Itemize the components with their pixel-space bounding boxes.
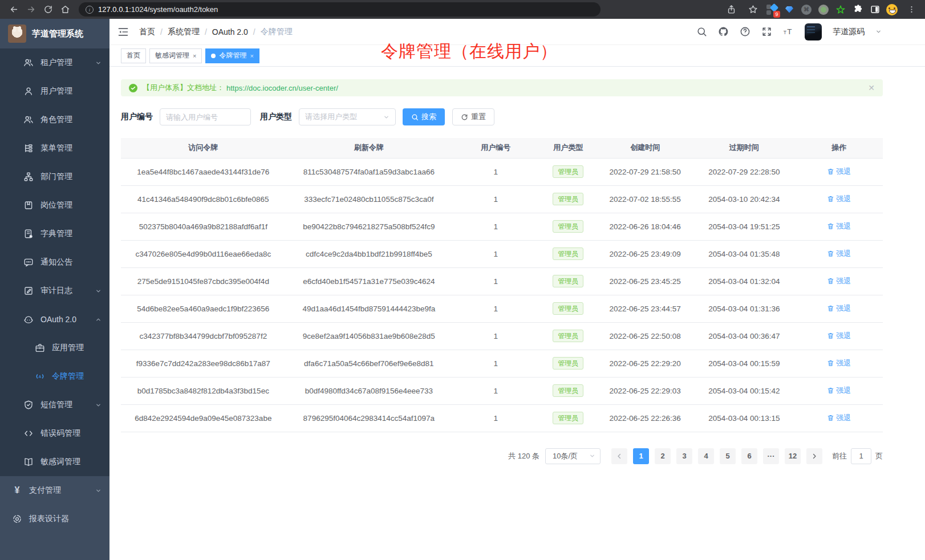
sidebar-item-book-open[interactable]: 敏感词管理 xyxy=(0,448,109,476)
username[interactable]: 芋道源码 xyxy=(833,27,865,37)
alert-close-icon[interactable]: ✕ xyxy=(868,83,875,92)
token-table: 访问令牌刷新令牌用户编号用户类型创建时间过期时间操作 1ea5e44f8bc14… xyxy=(121,138,883,432)
command-extension-icon[interactable]: ⌘ xyxy=(801,4,812,15)
tab-view[interactable]: 令牌管理× xyxy=(205,48,259,63)
prev-page-button[interactable] xyxy=(611,448,627,464)
page-button-1[interactable]: 1 xyxy=(633,448,649,464)
emoji-profile-icon[interactable] xyxy=(886,4,898,15)
user-type-select[interactable]: 请选择用户类型 xyxy=(299,108,396,125)
next-page-button[interactable] xyxy=(806,448,822,464)
action-cell: 强退 xyxy=(795,377,883,404)
force-logout-button[interactable]: 强退 xyxy=(827,249,851,259)
access-token-cell: 1ea5e44f8bc1467aaede43144f31de76 xyxy=(121,158,286,185)
page-button-5[interactable]: 5 xyxy=(720,448,736,464)
puzzle-extension-icon[interactable] xyxy=(852,4,863,15)
page-button-12[interactable]: 12 xyxy=(785,448,801,464)
page-button-4[interactable]: 4 xyxy=(698,448,714,464)
sidebar-item-dictionary[interactable]: 字典管理 xyxy=(0,220,109,248)
tab-home[interactable]: 首页 xyxy=(121,48,146,63)
help-icon[interactable] xyxy=(740,26,750,37)
search-icon[interactable] xyxy=(696,26,707,37)
trash-icon xyxy=(827,387,834,394)
github-icon[interactable] xyxy=(718,26,729,37)
goto-page-input[interactable] xyxy=(851,448,871,464)
user-type-label: 用户类型 xyxy=(260,112,292,122)
sidebar-item-sms-shield[interactable]: 短信管理 xyxy=(0,391,109,419)
sidepanel-icon[interactable] xyxy=(869,4,881,15)
trash-icon xyxy=(827,195,834,202)
share-icon[interactable] xyxy=(723,2,739,18)
svg-text:A: A xyxy=(39,375,42,379)
breadcrumb-item[interactable]: 系统管理 xyxy=(168,27,200,37)
sidebar-item-app-briefcase[interactable]: 应用管理 xyxy=(0,334,109,362)
browser-forward-icon[interactable] xyxy=(23,2,39,18)
sidebar-item-menu-tree[interactable]: 菜单管理 xyxy=(0,134,109,163)
sidebar-item-token[interactable]: A令牌管理 xyxy=(0,362,109,391)
page-size-select[interactable]: 10条/页 xyxy=(545,448,601,464)
force-logout-button[interactable]: 强退 xyxy=(827,358,851,368)
force-logout-button[interactable]: 强退 xyxy=(827,167,851,177)
green-star-extension-icon[interactable] xyxy=(835,4,846,15)
action-cell: 强退 xyxy=(795,213,883,240)
user-type-badge: 管理员 xyxy=(553,384,583,397)
gem-extension-icon[interactable] xyxy=(784,4,795,15)
force-logout-button[interactable]: 强退 xyxy=(827,331,851,341)
column-header: 访问令牌 xyxy=(121,138,286,158)
force-logout-button[interactable]: 强退 xyxy=(827,276,851,286)
error-code-icon xyxy=(23,428,34,439)
font-size-icon[interactable]: TT xyxy=(783,26,794,37)
sidebar-item-user[interactable]: 用户管理 xyxy=(0,77,109,105)
browser-back-icon[interactable] xyxy=(6,2,22,18)
sidebar-item-yen[interactable]: ¥支付管理 xyxy=(0,476,109,505)
force-logout-button[interactable]: 强退 xyxy=(827,221,851,232)
user-id-input[interactable] xyxy=(160,108,251,125)
refresh-token-cell: b0df4980ffd34c67a08f9156e4eee733 xyxy=(286,377,453,404)
sidebar-item-oauth-robot[interactable]: OAuth 2.0 xyxy=(0,305,109,334)
user-menu-caret-icon[interactable] xyxy=(875,29,882,35)
sidebar-item-post-badge[interactable]: 岗位管理 xyxy=(0,191,109,220)
sidebar-item-audit-log[interactable]: 审计日志 xyxy=(0,277,109,305)
sidebar-item-org-tree[interactable]: 部门管理 xyxy=(0,163,109,191)
site-info-icon[interactable]: i xyxy=(86,6,94,14)
dot-extension-icon[interactable] xyxy=(818,4,829,15)
page-button-6[interactable]: 6 xyxy=(741,448,757,464)
browser-home-icon[interactable] xyxy=(57,2,73,18)
force-logout-label: 强退 xyxy=(836,358,851,368)
page-button-2[interactable]: 2 xyxy=(655,448,671,464)
pixel-extension-icon[interactable]: 9 xyxy=(766,4,778,15)
browser-address-bar[interactable]: i 127.0.0.1:1024/system/oauth2/token xyxy=(79,2,601,17)
tab-close-icon[interactable]: × xyxy=(193,52,196,59)
force-logout-label: 强退 xyxy=(836,413,851,423)
force-logout-button[interactable]: 强退 xyxy=(827,194,851,204)
avatar[interactable] xyxy=(805,23,822,40)
browser-menu-icon[interactable] xyxy=(903,2,919,18)
search-button[interactable]: 搜索 xyxy=(403,108,445,125)
app-logo[interactable]: 芋道管理系统 xyxy=(0,19,109,48)
total-count: 共 120 条 xyxy=(508,451,539,461)
sidebar-item-tenant-users[interactable]: 租户管理 xyxy=(0,48,109,77)
user-id-cell: 1 xyxy=(452,295,539,322)
bookmark-star-icon[interactable] xyxy=(745,2,761,18)
collapse-sidebar-icon[interactable] xyxy=(117,26,130,38)
page-button-3[interactable]: 3 xyxy=(676,448,692,464)
force-logout-button[interactable]: 强退 xyxy=(827,413,851,423)
tab-close-icon[interactable]: × xyxy=(250,52,253,59)
user-icon xyxy=(23,86,34,96)
doc-link[interactable]: https://doc.iocoder.cn/user-center/ xyxy=(226,84,338,92)
reset-button[interactable]: 重置 xyxy=(452,108,494,125)
breadcrumb-item[interactable]: 首页 xyxy=(139,27,155,37)
tab-view[interactable]: 敏感词管理× xyxy=(149,48,202,63)
browser-reload-icon[interactable] xyxy=(40,2,56,18)
pager-more-button[interactable]: ··· xyxy=(763,448,779,464)
sidebar-item-report-designer[interactable]: 报表设计器 xyxy=(0,505,109,533)
user-type-cell: 管理员 xyxy=(539,350,597,377)
user-type-cell: 管理员 xyxy=(539,213,597,240)
force-logout-button[interactable]: 强退 xyxy=(827,385,851,396)
breadcrumb-item[interactable]: OAuth 2.0 xyxy=(212,27,248,36)
force-logout-button[interactable]: 强退 xyxy=(827,303,851,314)
sidebar-item-roles-users[interactable]: 角色管理 xyxy=(0,105,109,134)
force-logout-label: 强退 xyxy=(836,331,851,341)
fullscreen-icon[interactable] xyxy=(761,26,772,37)
sidebar-item-error-code[interactable]: 错误码管理 xyxy=(0,419,109,448)
sidebar-item-announcement[interactable]: 通知公告 xyxy=(0,248,109,277)
